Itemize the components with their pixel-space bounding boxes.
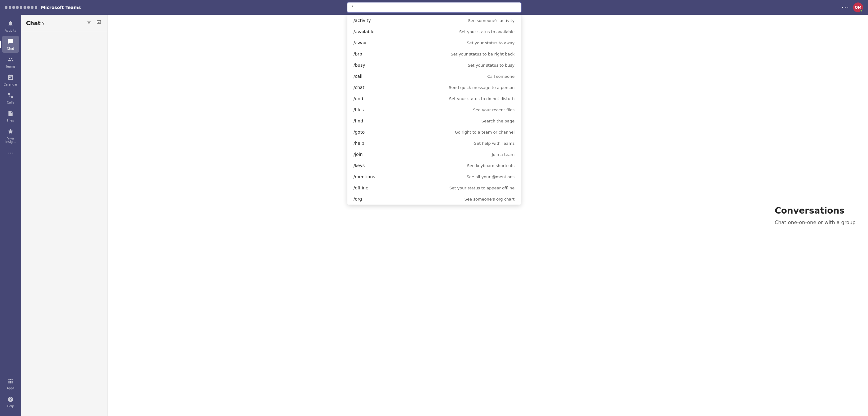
command-name: /away <box>353 40 403 45</box>
apps-icon <box>7 378 13 386</box>
command-desc: Call someone <box>488 74 515 79</box>
dot-5 <box>20 6 22 9</box>
command-desc: See someone's org chart <box>465 197 515 202</box>
dot-6 <box>24 6 26 9</box>
search-input[interactable] <box>347 2 521 12</box>
search-dropdown: /activitySee someone's activity/availabl… <box>347 15 521 205</box>
command-item-busy[interactable]: /busySet your status to busy <box>347 60 521 71</box>
sidebar-item-viva[interactable]: Viva Insig... <box>2 126 19 146</box>
new-chat-button[interactable] <box>95 19 102 27</box>
teams-icon <box>7 56 13 64</box>
command-name: /chat <box>353 85 403 90</box>
command-desc: Get help with Teams <box>473 141 515 146</box>
calendar-icon <box>7 75 13 82</box>
command-name: /files <box>353 107 403 112</box>
command-name: /brb <box>353 52 403 56</box>
left-panel-header: Chat ∨ <box>21 15 107 31</box>
command-name: /help <box>353 141 403 146</box>
sidebar-bottom: Apps Help <box>2 375 19 414</box>
dot-3 <box>12 6 15 9</box>
command-desc: Set your status to do not disturb <box>449 96 515 101</box>
dot-4 <box>16 6 19 9</box>
sidebar-item-calls[interactable]: Calls <box>2 90 19 107</box>
command-name: /goto <box>353 129 403 135</box>
command-name: /offline <box>353 185 403 190</box>
command-item-brb[interactable]: /brbSet your status to be right back <box>347 48 521 60</box>
command-item-activity[interactable]: /activitySee someone's activity <box>347 15 521 26</box>
dot-7 <box>27 6 30 9</box>
command-desc: Set your status to appear offline <box>450 186 515 190</box>
welcome-content: Conversations Chat one-on-one or with a … <box>775 206 856 225</box>
command-desc: See keyboard shortcuts <box>467 164 515 168</box>
command-name: /org <box>353 197 403 202</box>
command-item-goto[interactable]: /gotoGo right to a team or channel <box>347 126 521 138</box>
command-item-chat[interactable]: /chatSend quick message to a person <box>347 82 521 93</box>
chat-icon <box>7 38 13 46</box>
command-item-offline[interactable]: /offlineSet your status to appear offlin… <box>347 182 521 194</box>
command-item-find[interactable]: /findSearch the page <box>347 115 521 126</box>
title-bar-right: ··· QM <box>842 2 863 12</box>
command-desc: Send quick message to a person <box>449 85 515 90</box>
sidebar-item-calendar[interactable]: Calendar <box>2 72 19 89</box>
command-desc: Search the page <box>482 119 515 123</box>
header-actions <box>85 19 102 27</box>
sidebar-item-help[interactable]: Help <box>2 394 19 410</box>
welcome-subtitle: Chat one-on-one or with a group <box>775 219 856 225</box>
avatar-status <box>860 9 863 12</box>
sidebar-item-calendar-label: Calendar <box>4 83 18 86</box>
sidebar-item-apps[interactable]: Apps <box>2 376 19 392</box>
command-item-help[interactable]: /helpGet help with Teams <box>347 138 521 149</box>
avatar-initials: QM <box>855 5 862 10</box>
help-icon <box>7 396 13 404</box>
filter-button[interactable] <box>85 19 93 27</box>
command-name: /busy <box>353 63 403 67</box>
sidebar-item-chat[interactable]: Chat <box>2 36 19 53</box>
command-desc: Join a team <box>492 152 515 157</box>
command-item-files[interactable]: /filesSee your recent files <box>347 104 521 115</box>
sidebar-item-teams[interactable]: Teams <box>2 54 19 71</box>
command-item-join[interactable]: /joinJoin a team <box>347 149 521 160</box>
more-dots-icon: ··· <box>8 150 13 156</box>
command-name: /dnd <box>353 96 403 101</box>
command-name: /available <box>353 29 403 34</box>
title-bar: Microsoft Teams ··· QM <box>0 0 868 15</box>
command-item-available[interactable]: /availableSet your status to available <box>347 26 521 37</box>
command-desc: Set your status to be right back <box>451 52 515 56</box>
command-item-mentions[interactable]: /mentionsSee all your @mentions <box>347 171 521 182</box>
command-item-org[interactable]: /orgSee someone's org chart <box>347 194 521 205</box>
command-desc: Set your status to available <box>459 29 515 34</box>
calls-icon <box>7 92 13 100</box>
welcome-title: Conversations <box>775 206 856 216</box>
command-item-dnd[interactable]: /dndSet your status to do not disturb <box>347 93 521 104</box>
sidebar-item-teams-label: Teams <box>6 65 16 68</box>
sidebar-item-files[interactable]: Files <box>2 108 19 125</box>
sidebar-item-activity[interactable]: Activity <box>2 18 19 35</box>
chat-panel-title: Chat <box>26 20 40 26</box>
command-desc: Go right to a team or channel <box>455 130 515 135</box>
command-desc: See all your @mentions <box>467 175 515 179</box>
active-indicator <box>0 40 1 48</box>
dot-9 <box>35 6 37 9</box>
sidebar-item-viva-label: Viva Insig... <box>4 137 18 144</box>
sidebar: Activity Chat Teams Calendar <box>0 15 21 416</box>
command-item-call[interactable]: /callCall someone <box>347 71 521 82</box>
command-desc: See your recent files <box>473 108 515 112</box>
command-name: /find <box>353 118 403 123</box>
sidebar-item-more[interactable]: ··· <box>2 147 19 160</box>
command-name: /join <box>353 152 403 157</box>
command-name: /call <box>353 74 403 79</box>
command-desc: Set your status to away <box>467 40 515 45</box>
bell-icon <box>7 21 13 28</box>
avatar[interactable]: QM <box>853 2 863 12</box>
sidebar-item-chat-label: Chat <box>7 47 14 50</box>
command-item-away[interactable]: /awaySet your status to away <box>347 37 521 48</box>
command-name: /mentions <box>353 174 403 179</box>
dot-8 <box>31 6 33 9</box>
sidebar-item-calls-label: Calls <box>7 101 14 104</box>
command-desc: Set your status to busy <box>468 63 515 67</box>
dot-1 <box>5 6 7 9</box>
command-item-keys[interactable]: /keysSee keyboard shortcuts <box>347 160 521 171</box>
files-icon <box>7 110 13 118</box>
more-button[interactable]: ··· <box>842 4 849 11</box>
chat-dropdown-icon[interactable]: ∨ <box>42 21 45 25</box>
